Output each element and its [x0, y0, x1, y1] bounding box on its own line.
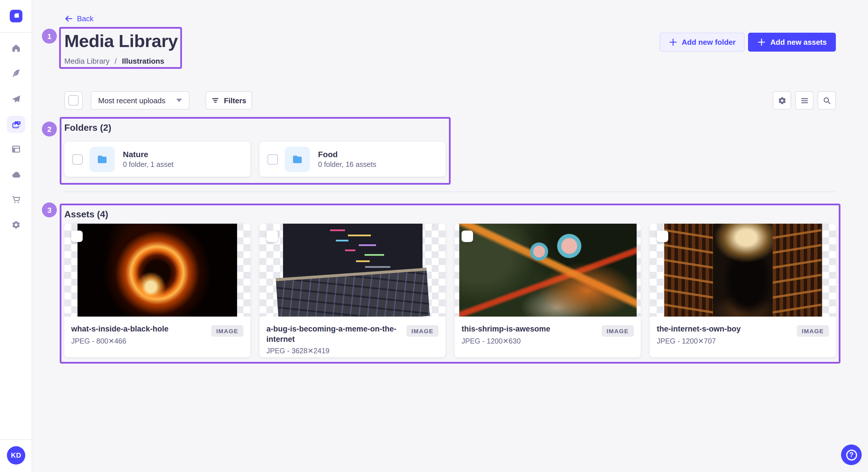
- section-divider: [64, 192, 836, 192]
- library-portrait-photo: [664, 224, 822, 316]
- filter-icon: [211, 96, 219, 104]
- folder-meta: 0 folder, 1 asset: [123, 161, 174, 169]
- select-all-checkbox[interactable]: [68, 95, 79, 105]
- back-link[interactable]: Back: [64, 14, 94, 23]
- folder-name: Food: [318, 150, 376, 159]
- asset-card[interactable]: the-internet-s-own-boy JPEG - 1200✕707 I…: [650, 224, 836, 357]
- asset-footer: this-shrimp-is-awesome JPEG - 1200✕630 I…: [455, 316, 641, 345]
- main-navigation: KD: [0, 0, 32, 472]
- laptop-code-photo: [283, 224, 422, 316]
- cloud-icon: [11, 169, 21, 179]
- strapi-logo[interactable]: [10, 10, 22, 22]
- asset-meta: JPEG - 1200✕707: [657, 336, 792, 345]
- question-mark-icon: ?: [846, 449, 857, 460]
- folder-icon-tile: [90, 146, 115, 172]
- asset-type-badge: IMAGE: [797, 325, 829, 337]
- sort-select[interactable]: Most recent uploads: [91, 91, 189, 109]
- folder-card-nature[interactable]: Nature 0 folder, 1 asset: [64, 142, 250, 177]
- breadcrumb-parent: Media Library: [64, 57, 110, 65]
- sidebar-item-content-type-builder[interactable]: [0, 140, 32, 158]
- folder-info: Food 0 folder, 16 assets: [318, 150, 376, 169]
- asset-footer: what-s-inside-a-black-hole JPEG - 800✕46…: [64, 316, 250, 345]
- asset-name: what-s-inside-a-black-hole: [71, 324, 206, 334]
- asset-name: a-bug-is-becoming-a-meme-on-the-internet: [267, 324, 402, 344]
- asset-footer: the-internet-s-own-boy JPEG - 1200✕707 I…: [650, 316, 836, 345]
- annotation-circle-3: 3: [42, 202, 57, 217]
- sidebar-footer-divider: [0, 439, 32, 440]
- strapi-logo-icon: [10, 10, 22, 22]
- asset-card[interactable]: this-shrimp-is-awesome JPEG - 1200✕630 I…: [455, 224, 641, 357]
- asset-checkbox[interactable]: [267, 231, 278, 242]
- view-settings-button[interactable]: [773, 91, 791, 109]
- asset-name: this-shrimp-is-awesome: [462, 324, 597, 334]
- filters-label: Filters: [224, 96, 246, 105]
- home-icon: [11, 43, 21, 53]
- asset-card[interactable]: a-bug-is-becoming-a-meme-on-the-internet…: [259, 224, 445, 357]
- sidebar-item-home[interactable]: [0, 39, 32, 57]
- sidebar-divider: [0, 32, 32, 33]
- asset-card[interactable]: what-s-inside-a-black-hole JPEG - 800✕46…: [64, 224, 250, 357]
- sidebar-item-content-manager[interactable]: [0, 64, 32, 82]
- search-button[interactable]: [817, 91, 836, 109]
- folder-name: Nature: [123, 150, 174, 159]
- breadcrumb-current: Illustrations: [122, 57, 164, 65]
- feather-icon: [11, 69, 21, 78]
- sort-select-value: Most recent uploads: [98, 96, 176, 105]
- asset-footer: a-bug-is-becoming-a-meme-on-the-internet…: [259, 316, 445, 355]
- asset-checkbox[interactable]: [657, 231, 668, 242]
- select-all-container: [64, 91, 83, 109]
- breadcrumb-separator: /: [115, 57, 117, 65]
- folder-meta: 0 folder, 16 assets: [318, 161, 376, 169]
- sidebar-item-media-library-active[interactable]: [7, 116, 25, 133]
- folder-info: Nature 0 folder, 1 asset: [123, 150, 174, 169]
- annotation-circle-2: 2: [42, 122, 57, 136]
- list-view-button[interactable]: [795, 91, 813, 109]
- filters-button[interactable]: Filters: [206, 91, 252, 109]
- folder-icon: [291, 154, 303, 165]
- sidebar-item-marketplace[interactable]: [0, 191, 32, 209]
- page-title: Media Library: [64, 31, 178, 52]
- asset-meta: JPEG - 800✕466: [71, 336, 206, 345]
- media-library-icon: [11, 120, 21, 129]
- asset-type-badge: IMAGE: [211, 325, 243, 337]
- add-new-assets-label: Add new assets: [770, 38, 827, 46]
- asset-checkbox[interactable]: [462, 231, 473, 242]
- add-new-folder-label: Add new folder: [682, 38, 736, 46]
- asset-thumbnail: [64, 224, 250, 316]
- asset-info: this-shrimp-is-awesome JPEG - 1200✕630: [462, 324, 597, 345]
- folder-checkbox[interactable]: [72, 154, 83, 164]
- asset-info: the-internet-s-own-boy JPEG - 1200✕707: [657, 324, 792, 345]
- asset-thumbnail: [259, 224, 445, 316]
- asset-meta: JPEG - 1200✕630: [462, 336, 597, 345]
- chevron-down-icon: [176, 99, 182, 102]
- asset-name: the-internet-s-own-boy: [657, 324, 792, 334]
- sidebar-item-deploy[interactable]: [0, 165, 32, 183]
- asset-thumbnail: [650, 224, 836, 316]
- sidebar-item-releases[interactable]: [0, 90, 32, 108]
- asset-checkbox[interactable]: [71, 231, 83, 242]
- plus-icon: [757, 38, 766, 46]
- black-hole-photo: [78, 224, 237, 316]
- sidebar-item-settings[interactable]: [0, 216, 32, 234]
- breadcrumb: Media Library / Illustrations: [64, 57, 164, 65]
- gear-icon: [778, 96, 786, 105]
- help-button[interactable]: ?: [841, 444, 862, 465]
- annotation-circle-1: 1: [42, 29, 57, 43]
- search-icon: [823, 96, 831, 105]
- app-root: KD Back Media Library Media Library / Il…: [0, 0, 868, 472]
- layout-icon: [11, 144, 21, 154]
- asset-type-badge: IMAGE: [406, 325, 439, 337]
- add-new-assets-button[interactable]: Add new assets: [748, 33, 836, 52]
- asset-info: what-s-inside-a-black-hole JPEG - 800✕46…: [71, 324, 206, 345]
- list-view-icon: [800, 96, 809, 105]
- folder-icon-tile: [285, 146, 310, 172]
- add-new-folder-button[interactable]: Add new folder: [660, 33, 745, 52]
- mantis-shrimp-photo: [459, 224, 637, 316]
- folder-card-food[interactable]: Food 0 folder, 16 assets: [259, 142, 445, 177]
- folder-checkbox[interactable]: [268, 154, 278, 164]
- user-avatar[interactable]: KD: [7, 446, 25, 465]
- assets-heading: Assets (4): [64, 209, 108, 220]
- asset-info: a-bug-is-becoming-a-meme-on-the-internet…: [267, 324, 402, 355]
- asset-thumbnail: [455, 224, 641, 316]
- folders-heading: Folders (2): [64, 123, 112, 133]
